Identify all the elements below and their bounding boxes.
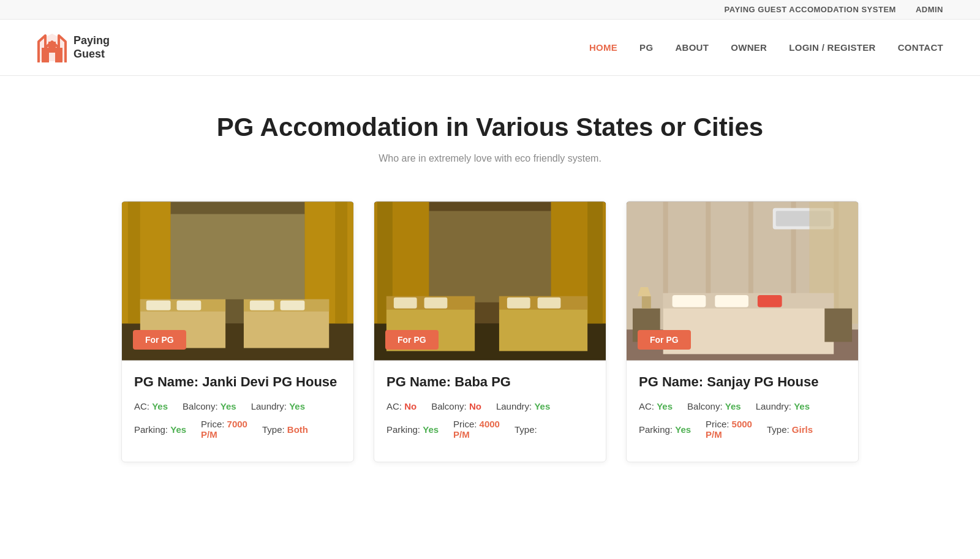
ac-value-2: No (404, 401, 417, 411)
logo-text: Paying Guest (74, 34, 110, 61)
svg-rect-7 (128, 202, 140, 324)
parking-value-3: Yes (675, 424, 691, 435)
type-value-1: Both (287, 424, 308, 435)
nav-item-login-register[interactable]: LOGIN / REGISTER (789, 42, 875, 53)
svg-rect-26 (429, 211, 551, 302)
card-title-1: PG Name: Janki Devi PG House (134, 374, 341, 390)
svg-rect-18 (250, 301, 274, 310)
pg-card-1: For PG PG Name: Janki Devi PG House AC: … (121, 201, 354, 462)
card-row-2-3: Parking: Yes Price: 5000P/M Type: Girls (639, 419, 846, 440)
balcony-value-2: No (469, 401, 481, 411)
svg-rect-54 (824, 309, 852, 342)
for-pg-badge-1[interactable]: For PG (133, 330, 186, 350)
price-field-2: Price: 4000P/M (453, 419, 500, 440)
nav-item-owner[interactable]: OWNER (731, 42, 767, 53)
svg-rect-25 (587, 202, 603, 324)
nav-item-contact[interactable]: CONTACT (898, 42, 943, 53)
card-image-wrapper-2: For PG (374, 201, 606, 361)
hero-subtitle: Who are in extremely love with eco frien… (12, 153, 968, 164)
card-image-wrapper-3: For PG (627, 201, 858, 361)
svg-rect-51 (715, 295, 748, 307)
laundry-field-3: Laundry: Yes (756, 401, 810, 411)
system-title: PAYING GUEST ACCOMODATION SYSTEM (725, 5, 896, 14)
balcony-field-2: Balcony: No (431, 401, 481, 411)
card-body-2: PG Name: Baba PG AC: No Balcony: No Laun… (374, 361, 606, 462)
svg-rect-17 (177, 301, 202, 310)
laundry-value-2: Yes (534, 401, 550, 411)
pg-card-2: For PG PG Name: Baba PG AC: No Balcony: … (374, 201, 606, 462)
svg-rect-9 (335, 202, 347, 324)
ac-value-1: Yes (152, 401, 168, 411)
parking-value-1: Yes (170, 424, 186, 435)
svg-rect-1 (42, 48, 49, 62)
svg-rect-32 (394, 298, 417, 309)
card-row-1-2: AC: No Balcony: No Laundry: Yes (386, 401, 594, 411)
ac-field-1: AC: Yes (134, 401, 168, 411)
ac-field-2: AC: No (386, 401, 417, 411)
for-pg-badge-2[interactable]: For PG (385, 330, 439, 350)
card-body-3: PG Name: Sanjay PG House AC: Yes Balcony… (627, 361, 858, 462)
type-field-1: Type: Both (262, 424, 308, 435)
balcony-value-3: Yes (725, 401, 741, 411)
card-image-wrapper-1: For PG (122, 201, 353, 361)
parking-value-2: Yes (423, 424, 439, 435)
card-row-2-1: Parking: Yes Price: 7000P/M Type: Both (134, 419, 341, 440)
nav-item-pg[interactable]: PG (639, 42, 653, 53)
laundry-field-1: Laundry: Yes (251, 401, 305, 411)
svg-rect-19 (281, 301, 305, 310)
svg-rect-55 (642, 296, 651, 309)
price-field-1: Price: 7000P/M (201, 419, 247, 440)
price-value-1: 7000P/M (201, 419, 247, 440)
nav-item-about[interactable]: ABOUT (675, 42, 709, 53)
parking-field-3: Parking: Yes (639, 424, 691, 435)
top-bar: PAYING GUEST ACCOMODATION SYSTEM ADMIN (0, 0, 980, 20)
pg-card-3: For PG PG Name: Sanjay PG House AC: Yes … (626, 201, 859, 462)
laundry-value-3: Yes (794, 401, 810, 411)
svg-rect-33 (424, 298, 448, 309)
main-nav: HOME PG ABOUT OWNER LOGIN / REGISTER CON… (589, 42, 943, 53)
card-body-1: PG Name: Janki Devi PG House AC: Yes Bal… (122, 361, 353, 462)
svg-rect-34 (507, 298, 530, 309)
nav-item-home[interactable]: HOME (589, 42, 617, 53)
parking-field-1: Parking: Yes (134, 424, 186, 435)
balcony-value-1: Yes (221, 401, 236, 411)
price-field-3: Price: 5000P/M (706, 419, 752, 440)
ac-field-3: AC: Yes (639, 401, 673, 411)
svg-rect-10 (171, 214, 305, 299)
cards-section: For PG PG Name: Janki Devi PG House AC: … (0, 176, 980, 499)
logo-icon (37, 31, 67, 64)
svg-rect-50 (673, 295, 706, 307)
svg-rect-16 (146, 301, 171, 310)
hero-title: PG Accomodation in Various States or Cit… (12, 113, 968, 142)
laundry-value-1: Yes (289, 401, 305, 411)
laundry-field-2: Laundry: Yes (496, 401, 550, 411)
svg-rect-3 (48, 42, 56, 53)
hero-section: PG Accomodation in Various States or Cit… (0, 76, 980, 176)
admin-label[interactable]: ADMIN (916, 5, 943, 14)
svg-rect-2 (55, 48, 62, 62)
balcony-field-3: Balcony: Yes (687, 401, 741, 411)
card-title-3: PG Name: Sanjay PG House (639, 374, 846, 390)
parking-field-2: Parking: Yes (386, 424, 439, 435)
header: Paying Guest HOME PG ABOUT OWNER LOGIN /… (0, 20, 980, 76)
logo[interactable]: Paying Guest (37, 31, 110, 64)
svg-rect-35 (538, 298, 561, 309)
card-row-1-3: AC: Yes Balcony: Yes Laundry: Yes (639, 401, 846, 411)
price-value-2: 4000P/M (453, 419, 500, 440)
price-value-3: 5000P/M (706, 419, 752, 440)
card-row-2-2: Parking: Yes Price: 4000P/M Type: (386, 419, 594, 440)
card-title-2: PG Name: Baba PG (386, 374, 594, 390)
card-row-1-1: AC: Yes Balcony: Yes Laundry: Yes (134, 401, 341, 411)
for-pg-badge-3[interactable]: For PG (638, 330, 691, 350)
ac-value-3: Yes (657, 401, 673, 411)
type-value-3: Girls (792, 424, 813, 435)
type-field-3: Type: Girls (767, 424, 813, 435)
svg-rect-52 (758, 295, 782, 307)
balcony-field-1: Balcony: Yes (183, 401, 236, 411)
type-field-2: Type: (514, 424, 537, 435)
